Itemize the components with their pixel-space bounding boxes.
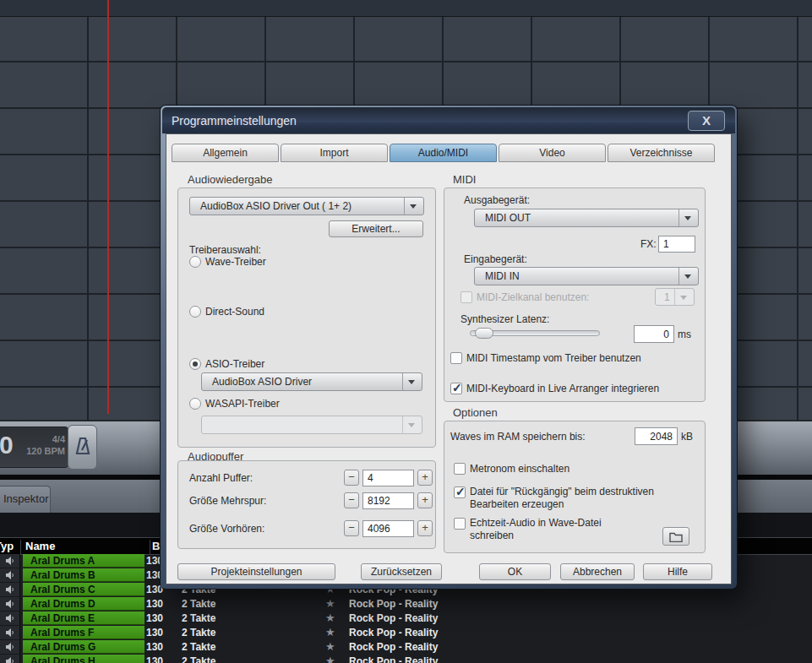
midi-timestamp-checkbox[interactable] [450, 352, 462, 364]
close-icon[interactable]: X [688, 111, 725, 131]
minus-stepper[interactable] [344, 520, 359, 536]
loop-name[interactable]: Aral Drums G [23, 640, 144, 654]
undo-file-label-line1[interactable]: Datei für "Rückgängig" beim destruktiven [470, 486, 654, 497]
realtime-audio-label-line1[interactable]: Echtzeit-Audio in Wave-Datei [470, 517, 602, 529]
hilfe-button[interactable]: Hilfe [643, 563, 712, 580]
table-row[interactable]: Aral Drums H 130 2 Takte Rock Pop - Real… [0, 655, 812, 663]
browse-folder-button[interactable] [662, 527, 689, 546]
loop-name[interactable]: Aral Drums F [23, 626, 144, 639]
speaker-icon[interactable] [0, 583, 20, 597]
midi-in-dropdown[interactable]: MIDI IN [474, 267, 699, 285]
fx-label: FX: [640, 238, 657, 250]
ok-button[interactable]: OK [479, 563, 551, 580]
table-row[interactable]: Aral Drums E 130 2 Takte Rock Pop - Real… [0, 611, 812, 626]
midi-out-dropdown[interactable]: MIDI OUT [474, 209, 699, 227]
loop-length: 2 Takte [182, 612, 215, 624]
projekteinstellungen-button[interactable]: Projekteinstellungen [177, 563, 335, 580]
loop-name[interactable]: Aral Drums B [23, 568, 144, 582]
star-icon[interactable] [325, 597, 335, 610]
speaker-icon[interactable] [0, 626, 20, 640]
loop-name[interactable]: Aral Drums H [23, 655, 144, 663]
audio-device-dropdown[interactable]: AudioBox ASIO Driver Out ( 1+ 2) [189, 197, 424, 215]
radio-direct-sound-label[interactable]: Direct-Sound [205, 306, 264, 318]
groesse-vorhoeren-input[interactable] [362, 520, 414, 537]
tab-inspektor[interactable]: Inspektor [0, 486, 51, 513]
loop-name[interactable]: Aral Drums D [23, 597, 144, 611]
loop-length: 2 Takte [182, 598, 215, 610]
tab-audio-midi[interactable]: Audio/MIDI [390, 144, 497, 162]
radio-wave-treiber[interactable] [189, 256, 201, 268]
zuruecksetzen-button[interactable]: Zurücksetzen [361, 563, 442, 580]
loop-length: 2 Takte [182, 627, 215, 639]
asio-driver-dropdown[interactable]: AudioBox ASIO Driver [201, 372, 422, 391]
tab-video[interactable]: Video [499, 144, 606, 162]
tempo-display: 4/4 120 BPM [26, 433, 65, 457]
table-row[interactable]: Aral Drums G 130 2 Takte Rock Pop - Real… [0, 640, 812, 655]
star-icon[interactable] [325, 626, 335, 639]
timeline-ruler [0, 0, 812, 17]
metronom-label[interactable]: Metronom einschalten [470, 463, 569, 475]
tab-verzeichnisse[interactable]: Verzeichnisse [608, 144, 715, 162]
radio-direct-sound[interactable] [189, 306, 201, 318]
column-header-name[interactable]: Name [25, 540, 55, 552]
fx-input[interactable] [658, 236, 695, 253]
speaker-icon[interactable] [0, 640, 20, 655]
star-icon[interactable] [325, 640, 335, 653]
position-display: 0 4/4 120 BPM [0, 427, 69, 468]
loop-name[interactable]: Aral Drums C [23, 583, 144, 596]
table-row[interactable]: Aral Drums F 130 2 Takte Rock Pop - Real… [0, 626, 812, 640]
dialog-titlebar[interactable]: Programmeinstellungen X [162, 107, 735, 133]
chevron-down-icon [402, 416, 422, 433]
realtime-audio-checkbox[interactable] [454, 518, 466, 530]
midi-zielkanal-label: MIDI-Zielkanal benutzen: [477, 291, 589, 303]
speaker-icon[interactable] [0, 611, 20, 626]
metronom-checkbox[interactable] [454, 463, 466, 475]
radio-asio-treiber[interactable] [189, 358, 201, 370]
anzahl-puffer-input[interactable] [362, 470, 414, 486]
radio-asio-treiber-label[interactable]: ASIO-Treiber [205, 358, 264, 370]
midi-timestamp-label[interactable]: MIDI Timestamp vom Treiber benutzen [466, 352, 641, 364]
tab-import[interactable]: Import [281, 144, 388, 162]
driver-select-label: Treiberauswahl: [189, 244, 261, 256]
plus-stepper[interactable] [417, 492, 433, 508]
star-icon[interactable] [325, 611, 335, 624]
table-row[interactable]: Aral Drums D 130 2 Takte Rock Pop - Real… [0, 597, 812, 611]
speaker-icon[interactable] [0, 597, 20, 611]
midi-keyboard-label[interactable]: MIDI-Keyboard in Live Arranger integrier… [466, 383, 659, 394]
ram-unit-label: kB [681, 431, 693, 443]
groesse-mehrspur-input[interactable] [362, 492, 414, 509]
radio-wave-treiber-label[interactable]: Wave-Treiber [205, 256, 266, 268]
radio-wasapi-treiber-label[interactable]: WASAPI-Treiber [205, 398, 280, 410]
column-header-bpm[interactable]: B [152, 540, 160, 552]
chevron-down-icon [404, 198, 423, 215]
loop-category: Rock Pop - Reality [349, 641, 438, 653]
tab-allgemein[interactable]: Allgemein [172, 144, 279, 162]
speaker-icon[interactable] [0, 568, 20, 583]
minus-stepper[interactable] [344, 492, 359, 508]
column-divider [20, 540, 21, 554]
loop-category: Rock Pop - Reality [349, 655, 438, 663]
latency-slider-thumb[interactable] [475, 328, 493, 339]
advanced-button[interactable]: Erweitert... [329, 220, 423, 237]
latency-input[interactable] [634, 325, 674, 343]
speaker-icon[interactable] [0, 655, 20, 663]
midi-output-label: Ausgabegerät: [464, 194, 530, 206]
radio-wasapi-treiber[interactable] [189, 398, 201, 410]
abbrechen-button[interactable]: Abbrechen [560, 563, 635, 580]
dialog-title: Programmeinstellungen [172, 114, 297, 128]
undo-file-checkbox[interactable] [454, 486, 466, 498]
minus-stepper[interactable] [344, 470, 359, 486]
star-icon[interactable] [325, 655, 335, 663]
column-header-typ[interactable]: Typ [0, 540, 14, 552]
loop-bpm: 130 [146, 598, 163, 610]
latency-unit-label: ms [678, 329, 691, 340]
metronome-button[interactable] [68, 425, 97, 470]
plus-stepper[interactable] [417, 470, 433, 486]
loop-name[interactable]: Aral Drums A [23, 554, 144, 568]
speaker-icon[interactable] [0, 554, 20, 568]
wasapi-driver-dropdown [201, 416, 422, 434]
plus-stepper[interactable] [417, 520, 433, 536]
loop-name[interactable]: Aral Drums E [23, 611, 144, 625]
ram-input[interactable] [635, 427, 678, 445]
midi-keyboard-checkbox[interactable] [450, 383, 462, 394]
